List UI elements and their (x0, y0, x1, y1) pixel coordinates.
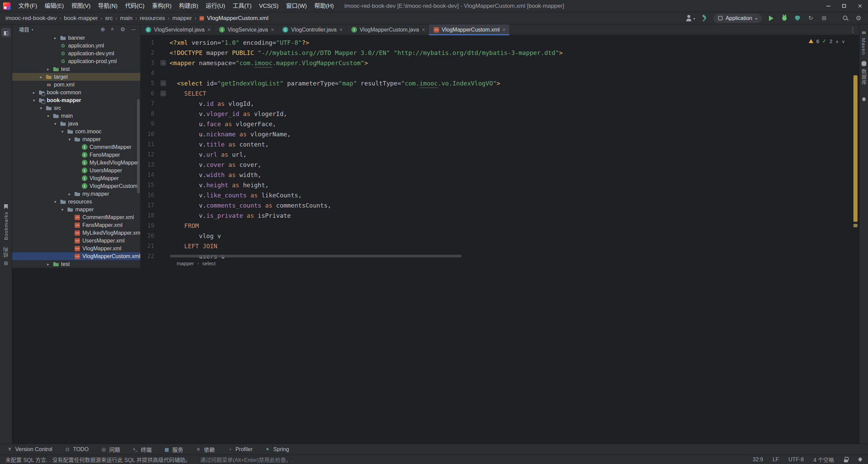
locate-file-icon[interactable] (100, 26, 105, 33)
tree-chevron-icon[interactable] (37, 106, 45, 111)
minimize-button[interactable] (820, 0, 836, 12)
coverage-button[interactable] (793, 14, 802, 23)
search-everywhere-button[interactable] (841, 14, 849, 23)
tree-item[interactable]: com.imooc (12, 128, 140, 135)
tree-chevron-icon[interactable] (30, 90, 38, 95)
rerun-button[interactable] (807, 14, 815, 23)
tree-chevron-icon[interactable] (30, 98, 38, 103)
tool-button-notifications[interactable] (860, 97, 868, 102)
menu-item[interactable]: 编辑(E) (41, 0, 68, 12)
menu-item[interactable]: 代码(C) (121, 0, 149, 12)
tree-chevron-icon[interactable] (59, 207, 66, 212)
close-tab-icon[interactable] (502, 26, 506, 33)
breadcrumb-item[interactable]: main (120, 15, 133, 22)
project-tool-button[interactable] (1, 28, 11, 37)
tree-item[interactable]: CommentMapper (12, 143, 140, 151)
code-line[interactable]: 4 (141, 68, 859, 78)
menu-item[interactable]: 构建(B) (175, 0, 202, 12)
code-line[interactable]: 10 u.nickname as vlogerName, (141, 129, 859, 139)
code-line[interactable]: 1<?xml version="1.0" encoding="UTF-8"?> (141, 37, 859, 47)
code-line[interactable]: 5 <select id="getIndexVlogList" paramete… (141, 78, 859, 88)
close-tab-icon[interactable] (207, 26, 211, 33)
project-scrollbar[interactable] (137, 99, 140, 193)
tree-item[interactable]: book-common (12, 89, 140, 96)
tool-button-bookmarks[interactable]: Bookmarks (0, 204, 12, 240)
tree-item[interactable]: application-dev.yml (12, 50, 140, 57)
tree-item[interactable]: my.mapper (12, 190, 140, 198)
tree-item[interactable]: UsersMapper.xml (12, 237, 140, 245)
code-line[interactable]: 9 u.face as vlogerFace, (141, 119, 859, 129)
tool-button-maven[interactable]: Maven (860, 29, 868, 55)
editor-tab[interactable]: VlogMapperCustom.xml (429, 24, 510, 35)
notifications-icon[interactable] (858, 457, 863, 462)
tree-item[interactable]: application-prod.yml (12, 57, 140, 65)
tree-item[interactable]: MyLikedVlogMapper (12, 159, 140, 167)
tool-button-database[interactable]: 数据库 (860, 61, 868, 85)
tool-window-button[interactable]: 服务 (164, 445, 183, 453)
menu-item[interactable]: 视图(V) (67, 0, 94, 12)
mapper-statement-icon[interactable] (160, 80, 166, 86)
run-button[interactable] (767, 14, 775, 23)
tree-chevron-icon[interactable] (52, 36, 59, 40)
close-button[interactable] (852, 0, 868, 12)
editor-tab[interactable]: VlogServiceImpl.java (141, 24, 214, 35)
tree-item[interactable]: VlogMapper (12, 174, 140, 182)
tree-item[interactable]: MyLikedVlogMapper.xml (12, 229, 140, 237)
code-line[interactable]: 18 v.is_private as isPrivate (141, 210, 859, 220)
tree-chevron-icon[interactable] (44, 262, 52, 267)
file-encoding[interactable]: UTF-8 (788, 457, 804, 463)
warning-stripe-marker[interactable] (853, 75, 857, 222)
tree-chevron-icon[interactable] (66, 192, 73, 196)
stripe-marker[interactable] (853, 224, 857, 227)
tool-window-button[interactable]: Profiler (227, 446, 253, 452)
tree-item[interactable]: FansMapper.xml (12, 221, 140, 229)
breadcrumb-item[interactable]: VlogMapperCustom.xml (199, 15, 268, 22)
code-line[interactable]: 11 v.title as content, (141, 139, 859, 149)
code-line[interactable]: 7 v.id as vlogId, (141, 98, 859, 109)
tool-window-button[interactable]: 终端 (132, 445, 152, 453)
tree-item[interactable]: target (12, 73, 140, 81)
close-tab-icon[interactable] (339, 26, 343, 33)
tree-item[interactable]: FansMapper (12, 151, 140, 159)
code-line[interactable]: 20 vlog v (141, 231, 859, 241)
indent-size[interactable]: 4 个空格 (813, 456, 834, 464)
code-line[interactable]: 6 SELECT (141, 88, 859, 98)
breadcrumb-item[interactable]: book-mapper (64, 15, 98, 22)
code-line[interactable]: 15 v.height as height, (141, 180, 859, 190)
tree-item[interactable]: test (12, 260, 140, 268)
code-line[interactable]: 21 LEFT JOIN (141, 241, 859, 251)
previous-problem-icon[interactable] (835, 38, 839, 44)
code-line[interactable]: 17 v.comments_counts as commentsCounts, (141, 200, 859, 210)
tree-item[interactable]: java (12, 120, 140, 128)
code-line[interactable]: 14 v.width as width, (141, 170, 859, 180)
mapper-statement-icon[interactable] (160, 60, 166, 66)
tool-window-button[interactable]: Version Control (7, 446, 52, 452)
horizontal-scrollbar[interactable] (170, 255, 461, 257)
tree-chevron-icon[interactable] (66, 137, 73, 142)
editor-tab[interactable]: VlogService.java (214, 24, 278, 35)
tool-window-button[interactable]: 问题 (101, 445, 120, 453)
tree-item[interactable]: src (12, 104, 140, 112)
menu-item[interactable]: 文件(F) (15, 0, 41, 12)
code-editor[interactable]: 1<?xml version="1.0" encoding="UTF-8"?>2… (141, 35, 859, 258)
tree-item[interactable]: mapper (12, 206, 140, 213)
run-configuration-select[interactable]: Application (713, 14, 762, 23)
tree-item[interactable]: book-mapper (12, 96, 140, 104)
tool-button-project[interactable] (0, 28, 12, 37)
code-line[interactable]: 2<!DOCTYPE mapper PUBLIC "-//mybatis.org… (141, 47, 859, 58)
user-dropdown-button[interactable] (686, 14, 695, 23)
tree-item[interactable]: VlogMapperCustom (12, 182, 140, 190)
tree-chevron-icon[interactable] (37, 75, 45, 79)
breadcrumb-item[interactable]: mapper (172, 15, 192, 22)
breadcrumb-item[interactable]: src (105, 15, 113, 22)
build-button[interactable] (700, 14, 708, 23)
tree-chevron-icon[interactable] (59, 129, 66, 134)
menu-item[interactable]: 窗口(W) (282, 0, 311, 12)
chevron-down-icon[interactable] (32, 26, 33, 32)
tree-item[interactable]: main (12, 112, 140, 120)
tree-item[interactable]: resources (12, 198, 140, 206)
stop-button[interactable] (820, 14, 828, 23)
menu-item[interactable]: VCS(S) (255, 0, 282, 12)
tree-item[interactable]: application.yml (12, 42, 140, 50)
hide-panel-icon[interactable] (131, 26, 136, 32)
